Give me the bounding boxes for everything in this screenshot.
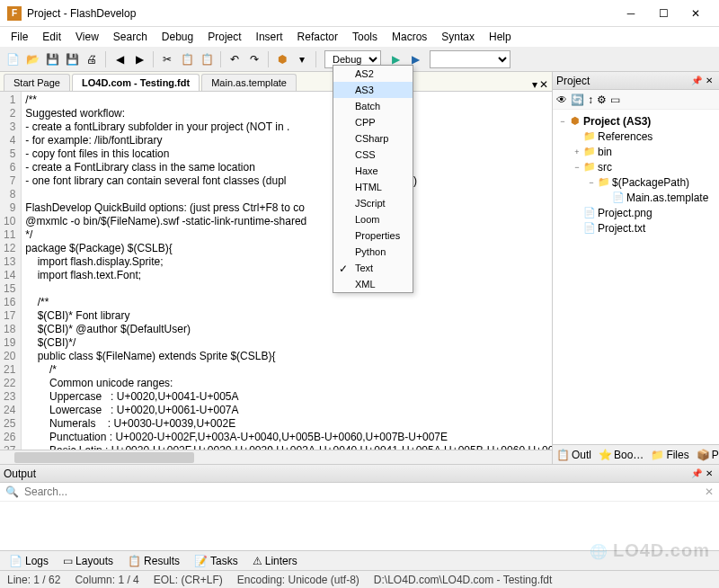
panel-tab-outl[interactable]: 📋Outl [553, 447, 595, 463]
menu-refactor[interactable]: Refactor [290, 29, 345, 45]
code-line[interactable]: import flash.text.Font; [25, 269, 548, 282]
pin-icon[interactable]: 📌 [690, 75, 703, 87]
syntax-option-haxe[interactable]: Haxe [333, 163, 413, 179]
code-line[interactable]: - one font library can contain several f… [25, 174, 548, 188]
dropdown-icon[interactable]: ▾ [293, 50, 311, 68]
close-button[interactable]: ✕ [679, 3, 712, 24]
pin-icon[interactable]: 📌 [690, 468, 703, 480]
bottom-tab-logs[interactable]: 📄Logs [5, 553, 52, 569]
tree-node[interactable]: −📁src [555, 159, 717, 174]
code-line[interactable]: Lowercase : U+0020,U+0061-U+007A [25, 404, 548, 417]
cut-icon[interactable]: ✂ [158, 50, 176, 68]
code-line[interactable]: /** [25, 94, 548, 107]
code-line[interactable]: - create a FontLibrary class in the same… [25, 161, 548, 174]
code-line[interactable]: Suggested workflow: [25, 107, 548, 120]
code-line[interactable]: $(CBI)* Font library [25, 309, 548, 323]
syntax-menu[interactable]: AS2AS3BatchCPPCSharpCSSHaxeHTMLJScriptLo… [333, 65, 413, 293]
menu-project[interactable]: Project [200, 29, 248, 45]
menu-search[interactable]: Search [106, 29, 155, 45]
code-line[interactable]: public class $(FileName) extends Sprite … [25, 350, 548, 363]
tree-node[interactable]: 📄Project.txt [555, 220, 717, 236]
code-line[interactable]: Numerals : U+0030-U+0039,U+002E [25, 417, 548, 431]
code-line[interactable] [25, 282, 548, 296]
syntax-option-text[interactable]: ✓Text [333, 260, 413, 276]
package-icon[interactable]: ⬢ [273, 50, 291, 68]
menu-tools[interactable]: Tools [345, 29, 385, 45]
code-line[interactable]: Punctuation : U+0020-U+002F,U+003A-U+004… [25, 431, 548, 444]
syntax-option-cpp[interactable]: CPP [333, 114, 413, 130]
nav-forward-icon[interactable]: ▶ [130, 50, 148, 68]
code-line[interactable]: $(CBI)*/ [25, 336, 548, 350]
menu-edit[interactable]: Edit [35, 29, 68, 45]
bottom-tab-tasks[interactable]: 📝Tasks [191, 553, 242, 569]
code-line[interactable]: import flash.display.Sprite; [25, 255, 548, 269]
paste-icon[interactable]: 📋 [198, 50, 216, 68]
minimize-button[interactable]: ─ [615, 3, 647, 24]
code-line[interactable]: FlashDevelop QuickBuild options: (just p… [25, 201, 548, 215]
panel-tab-proj[interactable]: 📦Proj [693, 447, 719, 463]
nav-back-icon[interactable]: ◀ [111, 50, 129, 68]
syntax-option-python[interactable]: Python [333, 244, 413, 260]
syntax-option-loom[interactable]: Loom [333, 211, 413, 227]
code-line[interactable]: $(CBI)* @author $(DefaultUser) [25, 323, 548, 336]
output-search-input[interactable] [24, 486, 699, 498]
code-line[interactable]: - create a fontLibrary subfolder in your… [25, 120, 548, 134]
tree-node[interactable]: 📄Main.as.template [555, 190, 717, 205]
scrollbar-thumb[interactable] [14, 452, 194, 463]
panel-tab-files[interactable]: 📁Files [647, 447, 692, 463]
syntax-option-as2[interactable]: AS2 [333, 66, 413, 82]
target-select[interactable] [430, 50, 510, 68]
code-line[interactable]: /* [25, 363, 548, 377]
bottom-tab-linters[interactable]: ⚠Linters [249, 553, 301, 569]
syntax-option-css[interactable]: CSS [333, 147, 413, 163]
output-body[interactable] [0, 502, 719, 550]
menu-file[interactable]: File [4, 29, 35, 45]
sync-icon[interactable]: ↕ [588, 94, 593, 106]
tree-node[interactable]: 📁References [555, 129, 717, 144]
code-line[interactable]: /** [25, 296, 548, 309]
editor-tab[interactable]: LO4D.com - Testing.fdt [72, 74, 200, 91]
code-editor[interactable]: 1234567891011121314151617181920212223242… [0, 92, 552, 450]
code-area[interactable]: /**Suggested workflow:- create a fontLib… [22, 92, 552, 450]
menu-syntax[interactable]: Syntax [434, 29, 482, 45]
print-icon[interactable]: 🖨 [83, 50, 101, 68]
undo-icon[interactable]: ↶ [226, 50, 244, 68]
maximize-button[interactable]: ☐ [647, 3, 679, 24]
tab-close-icon[interactable]: ✕ [539, 78, 548, 91]
editor-tab[interactable]: Main.as.template [201, 74, 297, 91]
code-line[interactable]: Common unicode ranges: [25, 377, 548, 390]
panel-tab-boo…[interactable]: ⭐Boo… [595, 447, 647, 463]
syntax-option-as3[interactable]: AS3 [333, 82, 413, 98]
editor-tab[interactable]: Start Page [4, 74, 70, 91]
syntax-option-xml[interactable]: XML [333, 276, 413, 292]
show-hidden-icon[interactable]: 👁 [556, 94, 567, 106]
syntax-option-html[interactable]: HTML [333, 179, 413, 195]
tree-node[interactable]: 📄Project.png [555, 205, 717, 220]
code-line[interactable]: - for example: /lib/fontLibrary [25, 134, 548, 147]
clear-icon[interactable]: ✕ [705, 486, 714, 498]
properties-icon[interactable]: ⚙ [597, 94, 607, 106]
tree-node[interactable]: +📁bin [555, 144, 717, 159]
panel-close-icon[interactable]: ✕ [703, 75, 715, 87]
code-line[interactable]: */ [25, 228, 548, 242]
tab-dropdown-icon[interactable]: ▾ [532, 78, 537, 91]
code-line[interactable]: Uppercase : U+0020,U+0041-U+005A [25, 390, 548, 404]
syntax-option-batch[interactable]: Batch [333, 98, 413, 114]
project-tree[interactable]: −⬢Project (AS3)📁References+📁bin−📁src−📁$(… [553, 110, 719, 444]
redo-icon[interactable]: ↷ [245, 50, 263, 68]
menu-macros[interactable]: Macros [385, 29, 434, 45]
new-file-icon[interactable]: 📄 [4, 50, 22, 68]
refresh-icon[interactable]: 🔄 [571, 94, 584, 106]
syntax-option-csharp[interactable]: CSharp [333, 130, 413, 147]
bottom-tab-layouts[interactable]: ▭Layouts [59, 553, 117, 569]
bottom-tab-results[interactable]: 📋Results [124, 553, 183, 569]
code-line[interactable]: - copy font files in this location [25, 147, 548, 161]
copy-icon[interactable]: 📋 [178, 50, 196, 68]
open-icon[interactable]: 📂 [23, 50, 41, 68]
tree-node[interactable]: −📁$(PackagePath) [555, 174, 717, 190]
menu-debug[interactable]: Debug [155, 29, 200, 45]
syntax-option-jscript[interactable]: JScript [333, 195, 413, 211]
save-icon[interactable]: 💾 [43, 50, 61, 68]
menu-view[interactable]: View [68, 29, 106, 45]
panel-close-icon[interactable]: ✕ [703, 468, 715, 480]
